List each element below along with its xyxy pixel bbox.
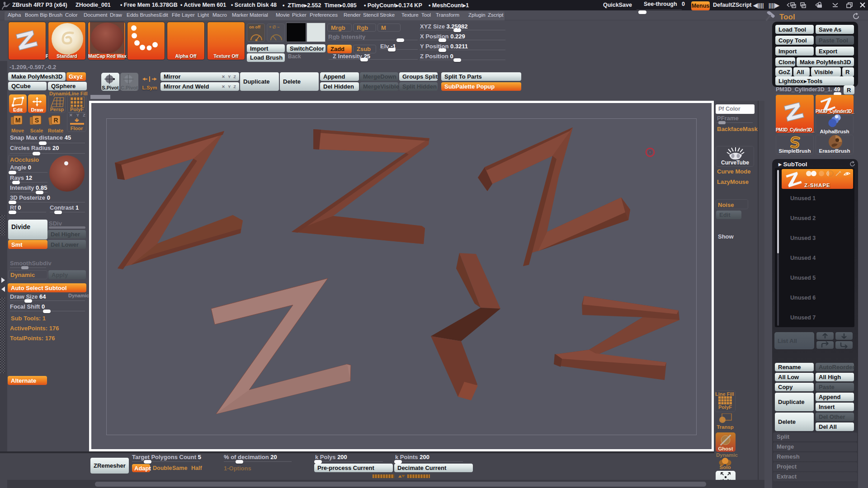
svg-text:M: M (15, 117, 21, 124)
svg-text:R: R (53, 117, 58, 124)
svg-text:S: S (35, 117, 39, 124)
